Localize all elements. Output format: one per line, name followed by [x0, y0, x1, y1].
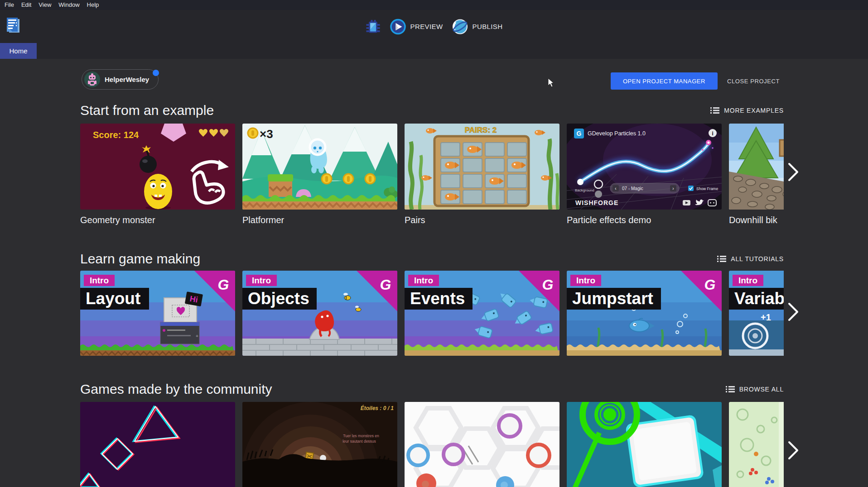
svg-text:G: G — [704, 277, 716, 293]
svg-text:+1: +1 — [761, 312, 771, 322]
section-title: Games made by the community — [80, 382, 272, 397]
publish-button[interactable]: PUBLISH — [452, 19, 502, 35]
bubbles-thumbnail — [729, 402, 784, 487]
card-title: Particle effects demo — [567, 215, 722, 225]
svg-text:Intro: Intro — [738, 276, 757, 285]
gdevelop-window: File Edit View Window Help — [0, 0, 868, 487]
preview-label: PREVIEW — [410, 23, 443, 30]
svg-text:Events: Events — [410, 289, 465, 308]
publish-globe-icon — [452, 19, 468, 35]
toolbar: PREVIEW PUBLISH — [0, 10, 868, 43]
svg-text:PAIRS: 2: PAIRS: 2 — [465, 126, 497, 134]
downhill-bike-thumbnail: G — [729, 124, 784, 210]
tutorial-card-layout[interactable]: Hi + G Intro Layout — [80, 271, 235, 356]
scroll-right-examples[interactable] — [787, 162, 799, 182]
card-title: Geometry monster — [80, 215, 235, 225]
svg-text:Intro: Intro — [576, 276, 595, 285]
tutorial-card-objects[interactable]: G Intro Objects — [242, 271, 397, 356]
platformer-thumbnail: ×3 — [242, 124, 397, 210]
menu-window[interactable]: Window — [55, 0, 83, 10]
youtube-icon — [683, 200, 690, 205]
menu-help[interactable]: Help — [83, 0, 103, 10]
menu-bar: File Edit View Window Help — [0, 0, 868, 10]
notification-dot — [153, 70, 159, 76]
tutorial-card-events[interactable]: G Intro Events — [405, 271, 559, 356]
debugger-icon[interactable] — [366, 19, 381, 34]
svg-text:G: G — [380, 277, 391, 293]
svg-text:G: G — [577, 130, 582, 137]
link-label: BROWSE ALL — [739, 386, 784, 393]
card-title: Platformer — [242, 215, 397, 225]
tutorial-card-jumpstart[interactable]: G Intro Jumpstart — [567, 271, 722, 356]
list-icon — [726, 386, 735, 393]
example-card-pairs[interactable]: PAIRS: 2 — [405, 124, 559, 225]
example-card-geometry-monster[interactable]: Score: 124 — [80, 124, 235, 225]
more-examples-link[interactable]: MORE EXAMPLES — [710, 107, 784, 114]
menu-view[interactable]: View — [35, 0, 55, 10]
all-tutorials-link[interactable]: ALL TUTORIALS — [717, 255, 784, 263]
svg-text:GDevelop Particles 1.0: GDevelop Particles 1.0 — [588, 130, 646, 137]
svg-text:G: G — [542, 277, 554, 293]
svg-text:×3: ×3 — [260, 127, 273, 141]
tutorial-variables-thumbnail: +1 G Intro Variab — [729, 271, 784, 356]
svg-text:Background: Background — [575, 188, 594, 192]
svg-text:Intro: Intro — [252, 276, 271, 285]
community-card-night-platformer[interactable]: Étoiles : 0 / 1 Tuer les monstres en leu… — [242, 402, 397, 487]
community-card-neon-shapes[interactable] — [80, 402, 235, 487]
link-label: MORE EXAMPLES — [724, 107, 784, 114]
svg-text:07 - Magic: 07 - Magic — [622, 186, 643, 191]
svg-text:Score: 124: Score: 124 — [93, 130, 139, 140]
tab-home[interactable]: Home — [0, 43, 37, 59]
preview-button[interactable]: PREVIEW — [390, 19, 443, 35]
home-page: HelperWesley OPEN PROJECT MANAGER CLOSE … — [0, 59, 868, 487]
svg-text:Show Frame: Show Frame — [696, 186, 718, 191]
browse-all-link[interactable]: BROWSE ALL — [726, 386, 784, 393]
profile-chip[interactable]: HelperWesley — [82, 69, 159, 90]
mouse-cursor — [548, 78, 555, 88]
avatar — [84, 72, 100, 87]
community-card-hex-puzzle[interactable] — [405, 402, 559, 487]
publish-label: PUBLISH — [472, 23, 502, 30]
username: HelperWesley — [105, 76, 149, 83]
section-examples-header: Start from an example MORE EXAMPLES — [80, 101, 784, 119]
card-title: Downhill bik — [729, 215, 784, 225]
scroll-right-tutorials[interactable] — [787, 302, 799, 322]
tab-bar: Home — [0, 43, 868, 59]
example-card-platformer[interactable]: ×3 — [242, 124, 397, 225]
community-card-teal-square[interactable] — [567, 402, 722, 487]
svg-text:Hi: Hi — [189, 294, 198, 305]
svg-text:G: G — [218, 277, 229, 293]
hex-puzzle-thumbnail — [405, 402, 559, 487]
examples-row: Score: 124 — [80, 124, 784, 229]
menu-edit[interactable]: Edit — [18, 0, 35, 10]
open-project-manager-button[interactable]: OPEN PROJECT MANAGER — [611, 72, 718, 90]
example-card-downhill-bike[interactable]: G Downhill bik — [729, 124, 784, 225]
community-card-bubbles[interactable] — [729, 402, 784, 487]
svg-text:Tuer les monstres en: Tuer les monstres en — [343, 434, 379, 438]
svg-text:Jumpstart: Jumpstart — [572, 289, 653, 308]
section-title: Learn game making — [80, 251, 200, 267]
neon-shapes-thumbnail — [80, 402, 235, 487]
svg-text:Intro: Intro — [90, 276, 109, 285]
svg-text:+: + — [196, 334, 198, 339]
svg-text:‹: ‹ — [615, 186, 616, 191]
tutorial-events-thumbnail: G Intro Events — [405, 271, 559, 356]
svg-text:leur sautant dessus: leur sautant dessus — [342, 439, 376, 444]
tutorials-row: Hi + G Intro Layout — [80, 271, 784, 356]
app-logo-icon — [5, 16, 21, 34]
night-platformer-thumbnail: Étoiles : 0 / 1 Tuer les monstres en leu… — [242, 402, 397, 487]
play-icon — [390, 19, 406, 35]
svg-text:WISHFORGE: WISHFORGE — [575, 199, 618, 206]
svg-text:›: › — [672, 186, 674, 191]
list-icon — [710, 107, 719, 114]
tutorial-jumpstart-thumbnail: G Intro Jumpstart — [567, 271, 722, 356]
close-project-button[interactable]: CLOSE PROJECT — [724, 72, 783, 90]
example-card-particle-effects[interactable]: G GDevelop Particles 1.0 i Background ‹ … — [567, 124, 722, 225]
svg-text:Intro: Intro — [414, 276, 433, 285]
svg-text:i: i — [712, 130, 714, 137]
menu-file[interactable]: File — [1, 0, 18, 10]
tutorial-card-variables[interactable]: +1 G Intro Variab — [729, 271, 784, 356]
svg-text:Étoiles : 0 / 1: Étoiles : 0 / 1 — [361, 405, 394, 411]
scroll-right-community[interactable] — [787, 440, 799, 460]
tutorial-layout-thumbnail: Hi + G Intro Layout — [80, 271, 235, 356]
